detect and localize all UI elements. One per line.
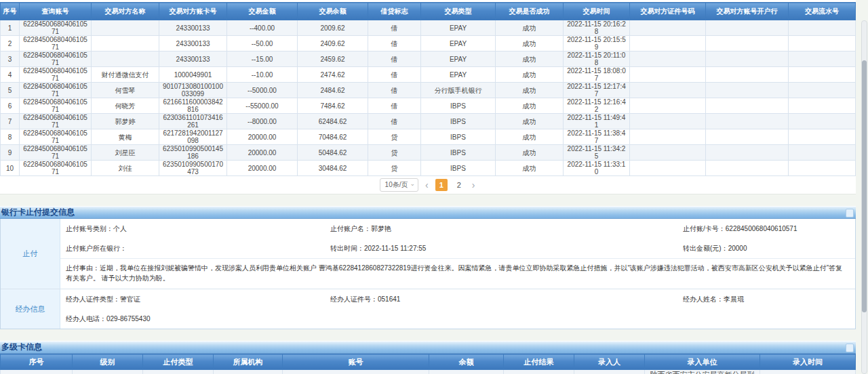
- cell: 借: [368, 83, 421, 98]
- table-row[interactable]: 16228450068040610571243300133--400.00200…: [1, 20, 856, 36]
- cell: [706, 98, 789, 114]
- cell: --15.00: [227, 51, 298, 67]
- collapse-icon[interactable]: [846, 344, 854, 352]
- column-header: 止付结果: [504, 354, 574, 370]
- cell: 6228450068040610571: [20, 145, 92, 161]
- column-header: 交易对方账卡号: [159, 3, 227, 20]
- field-handler-phone: 经办人电话：029-86755430: [66, 314, 330, 324]
- stop-payment-panel: 止付 止付账号类别：个人 止付账户名：郭梦艳 止付账/卡号：6228450068…: [0, 219, 856, 329]
- scrollbar-thumb[interactable]: [862, 60, 867, 312]
- cell: --55000.00: [227, 98, 298, 114]
- cell: EPAY: [421, 20, 496, 36]
- column-header: 录入人: [574, 354, 645, 370]
- table-row[interactable]: 26228450068040610571243300133--50.002409…: [1, 36, 856, 51]
- cell: 2409.62: [298, 36, 368, 51]
- table-row[interactable]: 96228450068040610571刘星臣62350109905001451…: [1, 145, 856, 161]
- cell: [789, 36, 856, 51]
- multi-level-card-section-header: 多级卡信息: [0, 341, 856, 354]
- column-header: 级别: [73, 354, 143, 370]
- cell: 6228412860827322819: [283, 370, 429, 374]
- page-size-select[interactable]: 10条/页 ⌄: [380, 178, 418, 192]
- cell: 6228450068040610571: [20, 51, 92, 67]
- page-size-label: 10条/页: [385, 180, 408, 190]
- column-header: 交易余额: [298, 3, 368, 20]
- cell: 贷: [368, 145, 421, 161]
- table-row[interactable]: 86228450068040610571黄梅621728194200112709…: [1, 129, 856, 145]
- cell: 9: [1, 145, 20, 161]
- table-row[interactable]: 76228450068040610571郭梦婷62303611010734162…: [1, 114, 856, 129]
- cell: IBPS: [421, 98, 496, 114]
- cell: [429, 370, 504, 374]
- cell: --5000.00: [227, 83, 298, 98]
- table-row[interactable]: 66228450068040610571何晓芳62166116000038428…: [1, 98, 856, 114]
- cell: 第三方止付: [143, 370, 214, 374]
- next-page-button[interactable]: ›: [471, 180, 477, 190]
- field-account-type: 止付账号类别：个人: [66, 224, 330, 234]
- cell: [789, 161, 856, 176]
- table-row[interactable]: 106228450068040610571刘佳62350109905001704…: [1, 161, 856, 176]
- cell: 30484.62: [298, 161, 368, 176]
- table-row[interactable]: 56228450068040610571何雪琴90107130801001000…: [1, 83, 856, 98]
- cell: [92, 20, 159, 36]
- cell: 借: [368, 36, 421, 51]
- cell: 2022-11-15 11:33:10: [564, 161, 630, 176]
- cell: [630, 129, 706, 145]
- cell: 4: [1, 67, 20, 83]
- column-header: 录入时间: [760, 354, 856, 370]
- cell: [706, 67, 789, 83]
- cell: 20000.00: [227, 161, 298, 176]
- cell: [630, 98, 706, 114]
- cell: EPAY: [421, 51, 496, 67]
- field-row: 经办人电话：029-86755430: [60, 309, 855, 329]
- cell: 243300133: [159, 36, 227, 51]
- header-row: 序号查询账号交易对方名称交易对方账卡号交易金额交易余额借贷标志交易类型交易是否成…: [1, 3, 856, 20]
- cell: 成功: [496, 129, 564, 145]
- cell: 贷: [368, 129, 421, 145]
- cell: 6228450068040610571: [20, 20, 92, 36]
- cell: 黄梅: [92, 129, 159, 145]
- cell: [630, 36, 706, 51]
- cell: 分行版手机银行: [421, 83, 496, 98]
- table-row[interactable]: 36228450068040610571243300133--15.002459…: [1, 51, 856, 67]
- section-title: 银行卡止付提交信息: [0, 207, 75, 218]
- collapse-icon[interactable]: [846, 209, 854, 217]
- cell: 6228450068040610571: [20, 98, 92, 114]
- cell: [789, 98, 856, 114]
- stop-payment-section-header: 银行卡止付提交信息: [0, 206, 856, 219]
- stop-payment-reason-text: 止付事由：近期，我单位在接报刘妮被骗警情中，发现涉案人员利用贵单位相关账户 曹鸿…: [60, 258, 855, 289]
- chevron-down-icon: ⌄: [410, 180, 416, 187]
- cell: 成功: [496, 98, 564, 114]
- page-button-2[interactable]: 2: [453, 179, 465, 191]
- cell: 6228450068040610571: [20, 161, 92, 176]
- column-header: 借贷标志: [368, 3, 421, 20]
- cell: [789, 114, 856, 129]
- cell: 3: [1, 51, 20, 67]
- cell: 62484.62: [298, 114, 368, 129]
- cell: [789, 51, 856, 67]
- cell: 成功: [496, 67, 564, 83]
- vertical-scrollbar[interactable]: [861, 20, 867, 374]
- group-label-handler-info: 经办信息: [1, 289, 60, 329]
- page-button-1[interactable]: 1: [435, 179, 448, 191]
- cell: 2022-11-15 11:38:47: [564, 129, 630, 145]
- stop-payment-info-section: 银行卡止付提交信息 止付 止付账号类别：个人 止付账户名：郭梦艳 止付账/卡号：…: [0, 206, 856, 329]
- cell: [706, 51, 789, 67]
- cell: 成功: [496, 36, 564, 51]
- cell: 2022-11-15 20:15:59: [564, 36, 630, 51]
- column-header: 交易类型: [421, 3, 496, 20]
- table-row[interactable]: 1一级第三方止付中国农业银行6228412860827322819成功李晨琨陕西…: [1, 370, 856, 374]
- cell: 2022-11-15 20:16:28: [564, 20, 630, 36]
- multi-level-card-table: 序号级别止付类型所属机构账号余额止付结果录入人录入单位录入时间1一级第三方止付中…: [0, 354, 856, 374]
- handler-info-group: 经办信息 经办人证件类型：警官证 经办人证件号：051641 经办人姓名：李晨琨…: [1, 289, 855, 329]
- cell: [630, 145, 706, 161]
- field-account-name: 止付账户名：郭梦艳: [330, 224, 683, 234]
- table-row[interactable]: 46228450068040610571财付通微信支付1000049901--1…: [1, 67, 856, 83]
- cell: [706, 145, 789, 161]
- cell: 借: [368, 20, 421, 36]
- column-header: 录入单位: [645, 354, 760, 370]
- column-header: 交易金额: [227, 3, 298, 20]
- prev-page-button[interactable]: ‹: [424, 180, 430, 190]
- cell: [706, 114, 789, 129]
- cell: IBPS: [421, 114, 496, 129]
- cell: [789, 20, 856, 36]
